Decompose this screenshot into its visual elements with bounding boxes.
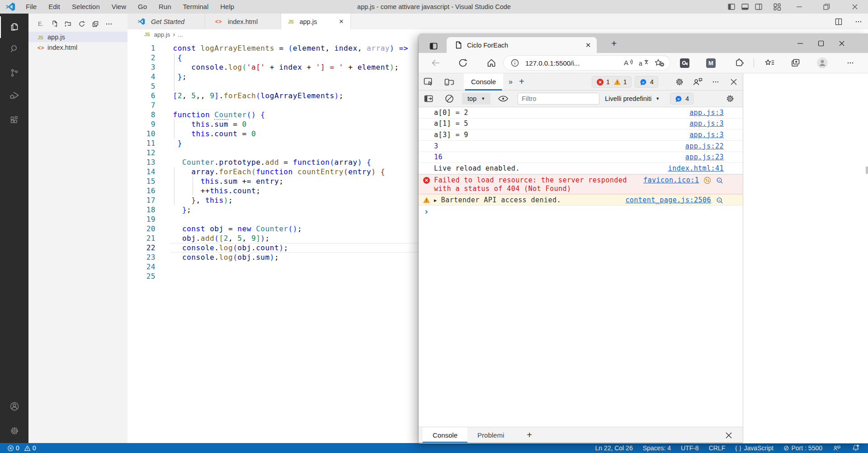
console-row-log[interactable]: a[1] = 5app.js:3 (419, 119, 743, 130)
explorer-more-actions-icon[interactable] (103, 18, 115, 30)
edge-settings-more-icon[interactable] (845, 57, 856, 68)
file-item-app.js[interactable]: JSapp.js (28, 32, 127, 42)
menu-run[interactable]: Run (153, 0, 177, 14)
devtools-settings-gear-icon[interactable] (673, 76, 686, 88)
console-settings-gear-icon[interactable] (724, 92, 736, 105)
live-expression-eye-icon[interactable] (497, 92, 509, 105)
console-row-warning[interactable]: ▶Bartender API access denied.content_pag… (419, 194, 743, 205)
search-similar-icon[interactable] (716, 176, 724, 185)
drawer-tab-console[interactable]: Console (423, 427, 467, 443)
translate-icon[interactable]: a (638, 57, 650, 69)
language-mode[interactable]: { }JavaScript (735, 444, 774, 452)
console-filter-input[interactable] (518, 93, 599, 105)
expand-triangle-icon[interactable]: ▶ (434, 198, 437, 203)
tab-close-icon[interactable]: ✕ (584, 41, 592, 49)
menu-selection[interactable]: Selection (66, 0, 106, 14)
console-messages-badge[interactable]: 4 (670, 93, 693, 105)
source-link[interactable]: app.js:3 (689, 131, 724, 140)
cursor-position[interactable]: Ln 22, Col 26 (595, 444, 632, 452)
favorites-icon[interactable] (764, 57, 775, 68)
menu-help[interactable]: Help (214, 0, 240, 14)
source-link[interactable]: app.js:22 (685, 142, 724, 151)
console-row-error[interactable]: Failed to load resource: the server resp… (419, 174, 743, 194)
extension-m-icon[interactable]: M (706, 58, 716, 68)
source-link[interactable]: app.js:23 (685, 153, 724, 162)
new-file-icon[interactable] (49, 18, 61, 30)
menu-view[interactable]: View (106, 0, 132, 14)
console-prompt[interactable]: › (419, 205, 743, 216)
refresh-icon[interactable] (458, 57, 468, 68)
search-similar-icon[interactable] (716, 196, 724, 205)
page-scrollbar-thumb[interactable] (866, 167, 868, 174)
source-link[interactable]: index.html:41 (668, 164, 724, 173)
device-emulation-icon[interactable] (443, 76, 456, 88)
editor-more-actions-icon[interactable] (854, 18, 863, 26)
customize-layout-icon[interactable] (770, 0, 784, 14)
collections-icon[interactable] (790, 57, 801, 68)
new-tab-icon[interactable]: + (611, 38, 617, 49)
source-link[interactable]: content_page.js:2506 (625, 196, 711, 205)
menu-file[interactable]: File (20, 0, 42, 14)
add-favorite-icon[interactable] (654, 57, 665, 69)
extensions-puzzle-icon[interactable] (734, 57, 745, 68)
tab-actions-menu-icon[interactable] (429, 41, 439, 51)
close-button[interactable] (848, 0, 862, 14)
console-row-log[interactable]: a[3] = 9app.js:3 (419, 129, 743, 141)
log-levels-select[interactable]: Livelli predefiniti ▼ (605, 95, 660, 102)
source-link[interactable]: app.js:3 (689, 119, 724, 129)
drawer-tab-problemi[interactable]: Problemi (467, 427, 514, 443)
clear-console-icon[interactable] (443, 92, 456, 105)
more-tabs-icon[interactable]: » (506, 78, 515, 86)
network-request-icon[interactable] (703, 176, 711, 184)
toggle-sidebar-icon[interactable] (725, 0, 738, 14)
explorer-icon[interactable] (0, 16, 28, 38)
minimize-button[interactable] (793, 0, 806, 14)
editor-tab-index.html[interactable]: <>index.html (205, 14, 281, 29)
site-info-icon[interactable] (509, 57, 521, 69)
toggle-panel-icon[interactable] (738, 0, 752, 14)
live-server-port[interactable]: ⊘Port : 5500 (783, 444, 822, 452)
account-icon[interactable] (0, 396, 28, 417)
settings-gear-icon[interactable] (0, 420, 28, 442)
file-item-index.html[interactable]: <>index.html (28, 42, 127, 52)
drawer-close-icon[interactable] (724, 430, 734, 440)
problems-status[interactable]: 0 0 (7, 444, 41, 452)
notifications-bell-icon[interactable] (851, 443, 860, 453)
console-sidebar-icon[interactable] (422, 92, 435, 105)
feedback-icon[interactable] (832, 443, 841, 453)
menu-terminal[interactable]: Terminal (177, 0, 215, 14)
console-row-log[interactable]: Live reload enabled.index.html:41 (419, 163, 743, 174)
edge-maximize-button[interactable] (811, 33, 831, 53)
breadcrumb-file[interactable]: app.js (154, 31, 170, 38)
messages-badge[interactable]: 4 (635, 76, 658, 88)
run-debug-icon[interactable] (0, 85, 28, 106)
extensions-icon[interactable] (0, 110, 28, 131)
browser-tab[interactable]: Ciclo ForEach ✕ (447, 37, 597, 53)
issues-badges[interactable]: 1 1 (592, 76, 632, 88)
restore-button[interactable] (820, 0, 833, 14)
editor-tab-get-started[interactable]: Get Started (127, 14, 205, 29)
edge-minimize-button[interactable] (790, 33, 811, 53)
new-folder-icon[interactable] (62, 18, 74, 30)
extension-1-icon[interactable] (680, 58, 689, 68)
encoding[interactable]: UTF-8 (681, 444, 699, 452)
drawer-add-tab-icon[interactable]: + (527, 430, 532, 440)
read-aloud-icon[interactable]: A (623, 57, 635, 69)
toggle-secondary-sidebar-icon[interactable] (752, 0, 765, 14)
devtools-feedback-icon[interactable] (691, 76, 704, 88)
split-editor-icon[interactable] (835, 18, 843, 26)
profile-avatar[interactable] (817, 57, 828, 68)
devtools-tab-console[interactable]: Console (464, 73, 503, 91)
menu-edit[interactable]: Edit (42, 0, 66, 14)
source-link[interactable]: favicon.ico:1 (643, 176, 699, 185)
inspect-element-icon[interactable] (422, 76, 435, 88)
url-text[interactable]: 127.0.0.1:5500/i... (525, 59, 617, 67)
refresh-explorer-icon[interactable] (76, 18, 88, 30)
eol-sequence[interactable]: CRLF (709, 444, 726, 452)
search-icon[interactable] (0, 38, 28, 60)
address-bar[interactable]: 127.0.0.1:5500/i... A a (504, 56, 670, 70)
source-link[interactable]: app.js:3 (689, 109, 724, 118)
console-row-result[interactable]: 16app.js:23 (419, 152, 743, 163)
editor-tab-app.js[interactable]: JSapp.js✕ (281, 14, 351, 29)
console-row-log[interactable]: a[0] = 2app.js:3 (419, 107, 743, 119)
